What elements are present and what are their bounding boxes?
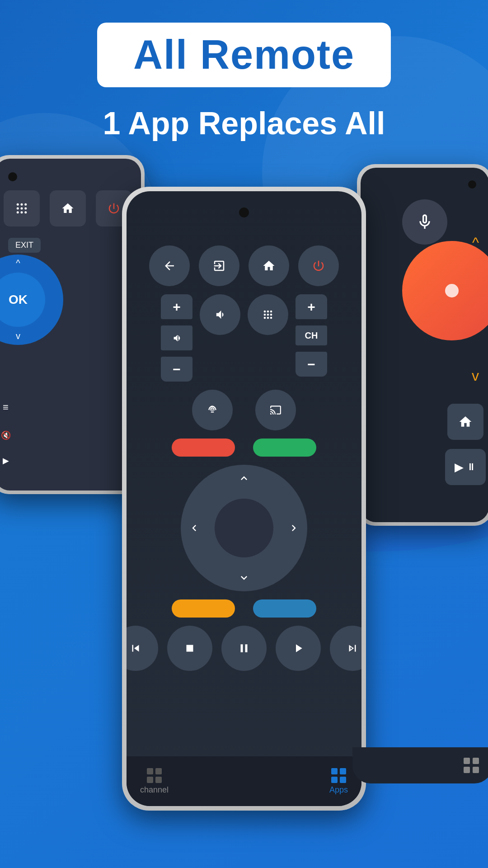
volume-col: + −	[161, 294, 192, 382]
nav-down-arrow: v	[16, 331, 20, 341]
right-home-btn[interactable]	[447, 404, 483, 440]
vol-minus-btn[interactable]: −	[161, 357, 192, 382]
ok-button[interactable]: OK	[0, 273, 45, 327]
ch-plus-btn[interactable]: +	[296, 294, 327, 319]
app-title-box: All Remote	[97, 23, 391, 87]
vol-plus-btn[interactable]: +	[161, 294, 192, 319]
svg-point-17	[270, 317, 272, 319]
vol-mute-mini[interactable]	[161, 326, 192, 350]
media-row	[127, 626, 361, 671]
svg-point-5	[24, 208, 27, 210]
dpad-left-btn[interactable]	[188, 522, 201, 534]
svg-point-1	[21, 203, 23, 206]
left-camera	[8, 172, 17, 181]
row-1	[149, 245, 339, 286]
svg-point-2	[24, 203, 27, 206]
left-menu-btn[interactable]: ≡	[0, 395, 18, 420]
orange-circle-dot	[445, 284, 459, 297]
media-stop-btn[interactable]	[167, 626, 212, 671]
phone-center: + −	[122, 187, 366, 811]
color-row-top	[140, 439, 348, 457]
media-rewind-btn[interactable]	[127, 626, 158, 671]
header: All Remote 1 App Replaces All	[0, 0, 488, 142]
svg-point-12	[264, 314, 266, 316]
remote-body: + −	[140, 227, 348, 793]
svg-point-9	[264, 311, 266, 313]
left-play-btn[interactable]: ▶	[0, 451, 18, 470]
exit-label[interactable]: EXIT	[8, 238, 41, 253]
green-btn[interactable]	[253, 439, 316, 457]
red-btn[interactable]	[172, 439, 235, 457]
back-btn[interactable]	[149, 245, 190, 286]
remote-icon-btn[interactable]	[192, 390, 233, 430]
blue-btn[interactable]	[253, 599, 316, 618]
app-title: All Remote	[133, 32, 355, 77]
media-forward-btn[interactable]	[330, 626, 361, 671]
dpad-up-btn[interactable]	[238, 472, 250, 485]
svg-point-8	[24, 211, 27, 213]
app-subtitle: 1 App Replaces All	[103, 105, 385, 142]
svg-point-4	[21, 208, 23, 210]
left-home-btn[interactable]	[50, 190, 86, 226]
svg-point-0	[17, 203, 19, 206]
svg-point-10	[267, 311, 269, 313]
svg-point-6	[17, 211, 19, 213]
dpad-outer	[181, 465, 307, 591]
left-mute-btn[interactable]: 🔇	[0, 426, 18, 445]
mute-center-btn[interactable]	[200, 294, 240, 335]
phone-bottom-bar: channel Apps	[127, 756, 361, 806]
nav-up-arrow: ^	[16, 258, 20, 269]
dpad	[181, 465, 307, 591]
ch-label: CH	[296, 326, 327, 345]
exit-btn[interactable]	[199, 245, 239, 286]
right-grid-icon	[464, 758, 479, 773]
yellow-btn[interactable]	[172, 599, 235, 618]
apps-grid-icon	[331, 768, 346, 783]
center-camera	[239, 208, 249, 217]
power-btn[interactable]	[298, 245, 339, 286]
left-side-controls: ≡ 🔇 ▶	[0, 395, 18, 470]
apps-label: Apps	[329, 785, 348, 795]
svg-point-3	[17, 208, 19, 210]
media-play-btn[interactable]	[276, 626, 321, 671]
phones-area: EXIT ^ OK v ≡ 🔇 ▶ ^ v	[0, 151, 488, 820]
chevron-down-right[interactable]: v	[472, 368, 479, 384]
row-2: + −	[161, 294, 327, 382]
svg-point-7	[21, 211, 23, 213]
svg-point-13	[267, 314, 269, 316]
channel-grid-icon	[147, 768, 162, 783]
bottom-apps-item[interactable]: Apps	[329, 768, 348, 795]
right-playpause-btn[interactable]: ▶⏸	[445, 449, 486, 485]
dpad-down-btn[interactable]	[238, 571, 250, 584]
right-phone-bottom	[352, 747, 488, 783]
row-3	[192, 390, 296, 430]
phone-center-screen: + −	[127, 191, 361, 806]
bottom-channel-item[interactable]: channel	[140, 768, 169, 795]
ch-minus-btn[interactable]: −	[296, 352, 327, 377]
svg-point-15	[264, 317, 266, 319]
svg-point-16	[267, 317, 269, 319]
dpad-right-btn[interactable]	[287, 522, 300, 534]
right-camera	[468, 180, 476, 189]
home-btn[interactable]	[249, 245, 289, 286]
mic-button[interactable]	[402, 199, 447, 245]
cast-btn[interactable]	[255, 390, 296, 430]
color-row-bottom	[140, 599, 348, 618]
media-pause-btn[interactable]	[221, 626, 267, 671]
ch-col: + CH −	[296, 294, 327, 377]
channel-label: channel	[140, 785, 169, 795]
svg-point-11	[270, 311, 272, 313]
left-numpad-btn[interactable]	[4, 190, 40, 226]
chevron-up-right[interactable]: ^	[472, 234, 479, 251]
numpad-btn[interactable]	[248, 294, 288, 335]
svg-point-14	[270, 314, 272, 316]
dpad-inner	[215, 499, 273, 557]
